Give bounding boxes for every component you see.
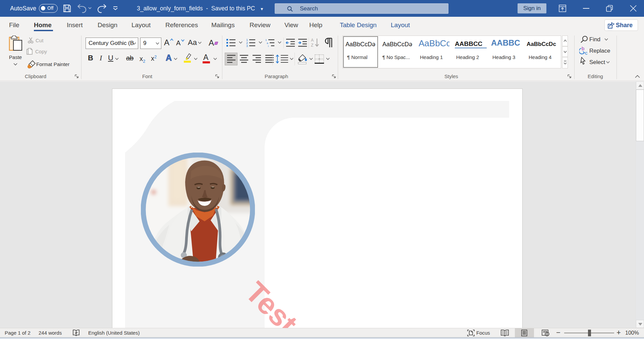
svg-text:c: c	[585, 50, 588, 55]
svg-text:3: 3	[246, 44, 248, 47]
svg-text:1: 1	[265, 39, 267, 42]
svg-text:a: a	[267, 42, 268, 45]
svg-text:b: b	[582, 46, 584, 51]
svg-text:Z: Z	[311, 43, 313, 47]
svg-text:i: i	[268, 45, 269, 47]
svg-text:A: A	[311, 38, 314, 43]
